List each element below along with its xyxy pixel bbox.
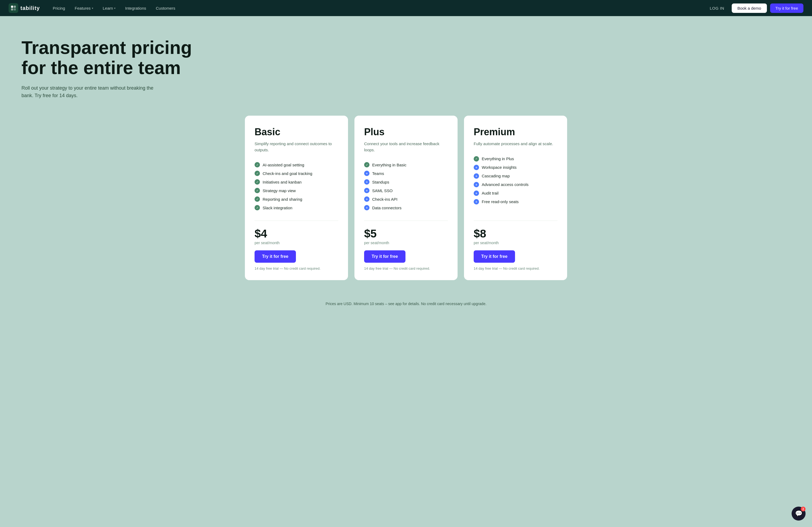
feature-item: ✓Everything in Plus — [474, 154, 557, 163]
pricing-section: Basic Simplify reporting and connect out… — [0, 116, 812, 296]
check-icon: ✓ — [255, 171, 260, 176]
check-icon: ✓ — [255, 162, 260, 167]
trial-note: 14 day free trial — No credit card requi… — [364, 267, 448, 270]
plus-icon: + — [364, 171, 369, 176]
plus-icon: + — [474, 165, 479, 170]
feature-item: +Data connectors — [364, 204, 448, 212]
feature-item: ✓Check-ins and goal tracking — [255, 169, 338, 178]
hero-title: Transparent pricing for the entire team — [21, 37, 209, 78]
svg-rect-2 — [11, 8, 13, 11]
plan-description: Fully automate processes and align at sc… — [474, 141, 557, 147]
price-amount: $5 — [364, 227, 448, 240]
hero-description: Roll out your strategy to your entire te… — [21, 84, 156, 100]
feature-item: ✓AI-assisted goal setting — [255, 161, 338, 169]
plan-cta-button[interactable]: Try it for free — [474, 250, 515, 263]
svg-rect-1 — [14, 6, 16, 8]
price-block: $5 per seat/month — [364, 227, 448, 245]
feature-item: ✓Everything in Basic — [364, 161, 448, 169]
plus-icon: + — [364, 205, 369, 210]
price-period: per seat/month — [255, 241, 338, 245]
plan-name: Premium — [474, 126, 557, 138]
plus-icon: + — [474, 182, 479, 187]
check-icon: ✓ — [474, 156, 479, 162]
plus-icon: + — [364, 179, 369, 185]
nav-integrations[interactable]: Integrations — [121, 4, 150, 13]
features-list: ✓Everything in Plus+Workspace insights+C… — [474, 154, 557, 212]
price-period: per seat/month — [364, 241, 448, 245]
nav-links: Pricing Features ▾ Learn ▾ Integrations … — [48, 4, 706, 13]
nav-features[interactable]: Features ▾ — [70, 4, 97, 13]
plus-icon: + — [474, 174, 479, 179]
hero-section: Transparent pricing for the entire team … — [0, 16, 322, 116]
trial-note: 14 day free trial — No credit card requi… — [255, 267, 338, 270]
plan-card-premium: Premium Fully automate processes and ali… — [464, 116, 567, 280]
check-icon: ✓ — [255, 205, 260, 210]
navigation: tability Pricing Features ▾ Learn ▾ Inte… — [0, 0, 812, 16]
trial-note: 14 day free trial — No credit card requi… — [474, 267, 557, 270]
plus-icon: + — [474, 199, 479, 205]
plan-cta-button[interactable]: Try it for free — [364, 250, 405, 263]
nav-learn[interactable]: Learn ▾ — [99, 4, 120, 13]
plus-icon: + — [364, 196, 369, 202]
plan-description: Connect your tools and increase feedback… — [364, 141, 448, 153]
divider — [364, 221, 448, 221]
login-button[interactable]: LOG IN — [706, 4, 728, 13]
divider — [474, 221, 557, 221]
svg-rect-0 — [11, 6, 13, 8]
plan-description: Simplify reporting and connect outcomes … — [255, 141, 338, 153]
check-icon: ✓ — [255, 188, 260, 193]
plus-icon: + — [364, 188, 369, 193]
feature-item: +Advanced access controls — [474, 180, 557, 189]
nav-pricing[interactable]: Pricing — [48, 4, 69, 13]
feature-item: +Workspace insights — [474, 163, 557, 172]
price-period: per seat/month — [474, 241, 557, 245]
feature-item: ✓Initiatives and kanban — [255, 178, 338, 186]
plan-name: Basic — [255, 126, 338, 138]
price-amount: $4 — [255, 227, 338, 240]
plan-card-basic: Basic Simplify reporting and connect out… — [245, 116, 348, 280]
features-list: ✓AI-assisted goal setting✓Check-ins and … — [255, 161, 338, 212]
feature-item: +Cascading map — [474, 172, 557, 180]
feature-item: ✓Reporting and sharing — [255, 195, 338, 204]
feature-item: +Check-ins API — [364, 195, 448, 204]
divider — [255, 221, 338, 221]
feature-item: +Standups — [364, 178, 448, 186]
features-list: ✓Everything in Basic+Teams+Standups+SAML… — [364, 161, 448, 212]
feature-item: +Audit trail — [474, 189, 557, 197]
feature-item: ✓Strategy map view — [255, 186, 338, 195]
plus-icon: + — [474, 191, 479, 196]
nav-cta-button[interactable]: Try it for free — [770, 3, 803, 13]
price-block: $4 per seat/month — [255, 227, 338, 245]
logo[interactable]: tability — [9, 3, 40, 13]
pricing-cards: Basic Simplify reporting and connect out… — [245, 116, 567, 280]
nav-customers[interactable]: Customers — [151, 4, 180, 13]
nav-actions: LOG IN Book a demo Try it for free — [706, 3, 803, 13]
plan-cta-button[interactable]: Try it for free — [255, 250, 296, 263]
logo-text: tability — [20, 5, 40, 11]
logo-icon — [9, 3, 18, 13]
price-block: $8 per seat/month — [474, 227, 557, 245]
check-icon: ✓ — [255, 179, 260, 185]
footer-note: Prices are USD. Minimum 10 seats – see a… — [0, 296, 812, 311]
feature-item: +Free read-only seats — [474, 197, 557, 206]
feature-item: +SAML SSO — [364, 186, 448, 195]
plan-card-plus: Plus Connect your tools and increase fee… — [354, 116, 458, 280]
plan-name: Plus — [364, 126, 448, 138]
check-icon: ✓ — [364, 162, 369, 167]
check-icon: ✓ — [255, 196, 260, 202]
book-demo-button[interactable]: Book a demo — [732, 3, 767, 13]
price-amount: $8 — [474, 227, 557, 240]
feature-item: ✓Slack integration — [255, 204, 338, 212]
svg-rect-3 — [14, 8, 16, 11]
feature-item: +Teams — [364, 169, 448, 178]
